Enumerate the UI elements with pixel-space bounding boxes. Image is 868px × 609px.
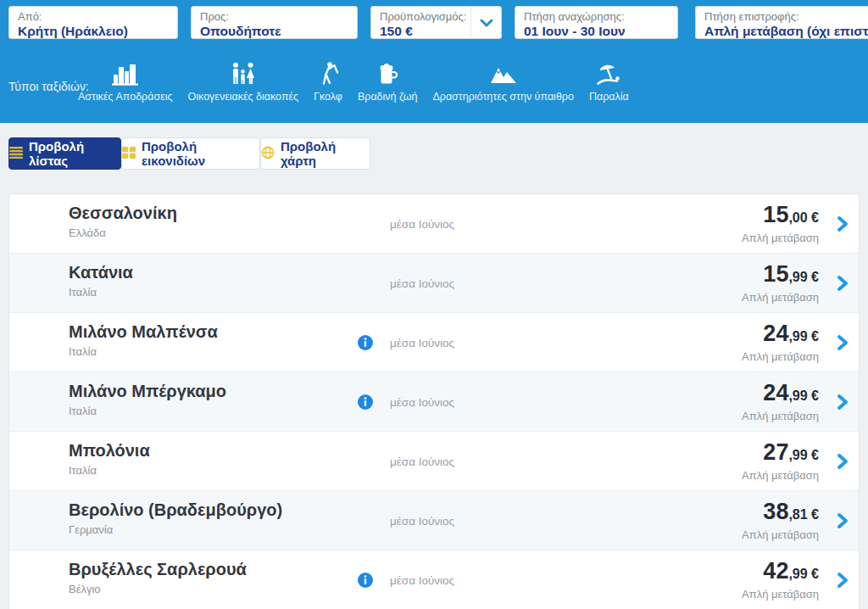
result-row-berlin[interactable]: Βερολίνο (Βραδεμβούργο) Γερμανία μέσα Ιο… bbox=[9, 491, 859, 550]
info-icon[interactable] bbox=[358, 335, 373, 350]
price-block: 15,00 € Απλή μετάβαση bbox=[742, 202, 819, 244]
origin-field[interactable]: Από: Κρήτη (Ηράκλειο) bbox=[8, 6, 178, 39]
chevron-right-icon[interactable] bbox=[837, 572, 849, 592]
destination-country: Βέλγιο bbox=[69, 583, 247, 595]
view-tabs: Προβολή λίστας Προβολή εικονιδίων Προβολ… bbox=[8, 137, 370, 170]
result-row-brussels-charleroi[interactable]: Βρυξέλλες Σαρλερουά Βέλγιο μέσα Ιούνιος … bbox=[9, 550, 859, 609]
tab-list-view[interactable]: Προβολή λίστας bbox=[8, 137, 121, 170]
travel-date: μέσα Ιούνιος bbox=[390, 218, 454, 231]
travel-types-label: Τύποι ταξιδιών: bbox=[8, 80, 89, 93]
result-row-milan-bergamo[interactable]: Μιλάνο Μπέργκαμο Ιταλία μέσα Ιούνιος 24,… bbox=[9, 372, 859, 432]
tab-list-view-label: Προβολή λίστας bbox=[29, 139, 120, 168]
fare-finder-page: Από: Κρήτη (Ηράκλειο) Προς: Οπουδήποτε Π… bbox=[0, 0, 868, 609]
destination-city: Θεσσαλονίκη bbox=[69, 204, 177, 223]
destination-country: Ελλάδα bbox=[69, 226, 177, 239]
destination-country: Ιταλία bbox=[69, 345, 218, 358]
destination-info: Βρυξέλλες Σαρλερουά Βέλγιο bbox=[69, 560, 247, 595]
travel-type-golf[interactable]: Γκολφ bbox=[314, 59, 342, 103]
tab-map-view[interactable]: Προβολή χάρτη bbox=[260, 137, 370, 170]
golf-icon bbox=[315, 59, 341, 87]
destination-info: Μιλάνο Μπέργκαμο Ιταλία bbox=[69, 382, 226, 417]
travel-type-beach[interactable]: Παραλία bbox=[589, 59, 629, 103]
grid-icon bbox=[122, 147, 136, 161]
budget-field[interactable]: Προϋπολογισμός: 150 € bbox=[370, 6, 502, 39]
budget-dropdown-button[interactable] bbox=[470, 7, 501, 38]
chevron-right-icon[interactable] bbox=[837, 512, 849, 533]
destination-value: Οπουδήποτε bbox=[200, 24, 348, 39]
destination-city: Βερολίνο (Βραδεμβούργο) bbox=[69, 500, 282, 520]
travel-type-nightlife[interactable]: Βραδινή ζωή bbox=[358, 59, 417, 103]
destination-country: Γερμανία bbox=[69, 523, 282, 536]
destination-info: Θεσσαλονίκη Ελλάδα bbox=[69, 204, 177, 239]
chevron-right-icon[interactable] bbox=[837, 215, 849, 236]
travel-date: μέσα Ιούνιος bbox=[390, 396, 454, 409]
result-row-bologna[interactable]: Μπολόνια Ιταλία μέσα Ιούνιος 27,99 € Απλ… bbox=[9, 432, 859, 491]
fare-type: Απλή μετάβαση bbox=[742, 469, 819, 482]
destination-city: Μιλάνο Μπέργκαμο bbox=[69, 382, 226, 401]
destination-city: Βρυξέλλες Σαρλερουά bbox=[69, 560, 247, 579]
fare-type: Απλή μετάβαση bbox=[742, 232, 819, 244]
info-icon[interactable] bbox=[358, 573, 373, 588]
destination-country: Ιταλία bbox=[69, 405, 226, 417]
return-flight-field[interactable]: Πτήση επιστροφής: Απλή μετάβαση (όχι επι… bbox=[695, 6, 868, 39]
beach-icon bbox=[594, 59, 623, 87]
outdoor-activities-icon bbox=[489, 59, 518, 87]
departure-dates-value: 01 Ιουν - 30 Ιουν bbox=[524, 24, 669, 39]
travel-date: μέσα Ιούνιος bbox=[390, 277, 454, 290]
chevron-right-icon[interactable] bbox=[837, 334, 849, 355]
destination-city: Μπολόνια bbox=[69, 441, 150, 461]
destination-country: Ιταλία bbox=[69, 286, 133, 299]
destination-info: Βερολίνο (Βραδεμβούργο) Γερμανία bbox=[69, 500, 282, 536]
family-icon bbox=[229, 59, 258, 87]
departure-dates-label: Πτήση αναχώρησης: bbox=[524, 10, 669, 23]
nightlife-icon bbox=[375, 59, 400, 87]
travel-type-family[interactable]: Οικογενειακές διακοπές bbox=[188, 59, 299, 103]
price-value: 15,99 € bbox=[742, 261, 819, 290]
list-icon bbox=[9, 147, 23, 161]
fare-type: Απλή μετάβαση bbox=[742, 350, 819, 363]
tab-icon-view[interactable]: Προβολή εικονιδίων bbox=[121, 137, 260, 170]
result-row-thessaloniki[interactable]: Θεσσαλονίκη Ελλάδα μέσα Ιούνιος 15,00 € … bbox=[9, 194, 859, 254]
chevron-right-icon[interactable] bbox=[837, 275, 849, 295]
result-row-milan-malpensa[interactable]: Μιλάνο Μαλπένσα Ιταλία μέσα Ιούνιος 24,9… bbox=[9, 313, 859, 372]
travel-date: μέσα Ιούνιος bbox=[390, 574, 454, 587]
tab-icon-view-label: Προβολή εικονιδίων bbox=[142, 139, 259, 168]
travel-date: μέσα Ιούνιος bbox=[390, 515, 454, 528]
chevron-down-icon bbox=[480, 15, 493, 31]
return-flight-value: Απλή μετάβαση (όχι επιστρο bbox=[704, 24, 860, 39]
price-block: 24,99 € Απλή μετάβαση bbox=[742, 380, 819, 422]
origin-label: Από: bbox=[18, 10, 169, 23]
budget-label: Προϋπολογισμός: bbox=[380, 10, 462, 23]
fare-type: Απλή μετάβαση bbox=[742, 588, 819, 601]
destination-info: Μπολόνια Ιταλία bbox=[69, 441, 150, 477]
destination-field[interactable]: Προς: Οπουδήποτε bbox=[191, 6, 358, 39]
result-row-catania[interactable]: Κατάνια Ιταλία μέσα Ιούνιος 15,99 € Απλή… bbox=[9, 254, 859, 313]
travel-type-outdoor[interactable]: Δραστηριότητες στην ύπαιθρο bbox=[432, 59, 573, 103]
travel-types-row: Αστικές Αποδράσεις Οικογενειακές διακοπέ… bbox=[78, 59, 629, 103]
return-flight-label: Πτήση επιστροφής: bbox=[704, 10, 860, 23]
price-value: 38,81 € bbox=[742, 499, 819, 528]
price-value: 15,00 € bbox=[742, 202, 819, 231]
results-list: Θεσσαλονίκη Ελλάδα μέσα Ιούνιος 15,00 € … bbox=[8, 193, 860, 609]
departure-dates-field[interactable]: Πτήση αναχώρησης: 01 Ιουν - 30 Ιουν bbox=[515, 6, 678, 39]
budget-value: 150 € bbox=[380, 24, 462, 39]
chevron-right-icon[interactable] bbox=[837, 453, 849, 473]
destination-label: Προς: bbox=[200, 10, 348, 23]
fare-type: Απλή μετάβαση bbox=[742, 291, 819, 304]
city-breaks-icon bbox=[111, 59, 140, 87]
origin-value: Κρήτη (Ηράκλειο) bbox=[18, 24, 169, 39]
price-block: 15,99 € Απλή μετάβαση bbox=[742, 261, 819, 304]
destination-info: Μιλάνο Μαλπένσα Ιταλία bbox=[69, 322, 218, 358]
price-block: 42,99 € Απλή μετάβαση bbox=[742, 558, 819, 601]
globe-icon bbox=[261, 146, 275, 162]
chevron-right-icon[interactable] bbox=[837, 394, 849, 414]
price-value: 24,99 € bbox=[742, 321, 819, 349]
travel-date: μέσα Ιούνιος bbox=[390, 337, 454, 349]
destination-country: Ιταλία bbox=[69, 464, 150, 477]
price-value: 27,99 € bbox=[742, 439, 819, 468]
travel-type-city-breaks[interactable]: Αστικές Αποδράσεις bbox=[78, 59, 173, 103]
fare-type: Απλή μετάβαση bbox=[742, 528, 819, 541]
info-icon[interactable] bbox=[358, 394, 373, 410]
search-header: Από: Κρήτη (Ηράκλειο) Προς: Οπουδήποτε Π… bbox=[0, 0, 868, 123]
price-value: 24,99 € bbox=[742, 380, 819, 409]
